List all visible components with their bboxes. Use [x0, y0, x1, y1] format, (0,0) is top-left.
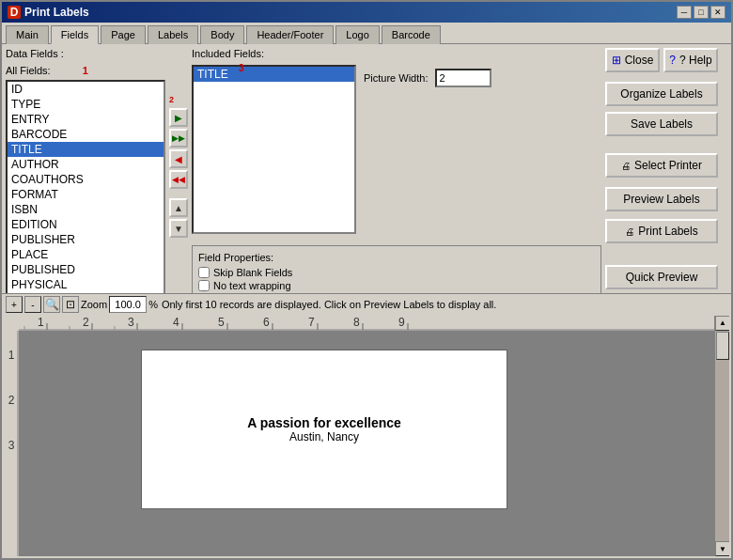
organize-labels-button[interactable]: Organize Labels [605, 82, 718, 106]
canvas-inner: A passion for excellence Austin, Nancy [19, 331, 677, 542]
field-edition[interactable]: EDITION [8, 217, 164, 232]
included-fields-list[interactable]: TITLE [192, 65, 356, 234]
svg-text:7: 7 [308, 316, 315, 329]
scroll-track[interactable] [715, 331, 729, 542]
tab-logo[interactable]: Logo [335, 25, 379, 44]
svg-text:6: 6 [263, 316, 270, 329]
field-format[interactable]: FORMAT [8, 187, 164, 202]
field-author[interactable]: AUTHOR [8, 157, 164, 172]
arrow-buttons: ▶ ▶▶ ◀ ◀◀ ▲ ▼ [169, 108, 188, 238]
data-fields-label: Data Fields : [6, 48, 165, 59]
field-publisher[interactable]: PUBLISHER [8, 232, 164, 247]
svg-text:3: 3 [8, 439, 15, 452]
field-list: ID TYPE ENTRY BARCODE TITLE AUTHOR COAUT… [8, 82, 164, 293]
select-printer-button[interactable]: 🖨 Select Printer [605, 153, 718, 178]
ruler-horizontal: // rendered statically 1 2 3 4 5 6 7 8 9 [19, 316, 714, 331]
svg-text:1: 1 [8, 349, 15, 362]
title-bar: D Print Labels ─ □ ✕ [2, 2, 731, 23]
zoom-in-button[interactable]: + [6, 296, 23, 313]
tab-body[interactable]: Body [200, 25, 244, 44]
move-up-button[interactable]: ▲ [169, 198, 188, 217]
no-text-wrap-checkbox[interactable] [198, 280, 210, 291]
zoom-percent: % [148, 299, 158, 310]
add-all-button[interactable]: ▶▶ [169, 129, 188, 148]
status-bar: + - 🔍 ⊡ Zoom % Only first 10 records are… [2, 293, 731, 316]
zoom-out-button[interactable]: - [24, 296, 41, 313]
field-published[interactable]: PUBLISHED [8, 262, 164, 277]
title-bar-left: D Print Labels [8, 6, 89, 19]
center-panel: Included Fields: 3 TITLE Picture Width: [192, 48, 601, 289]
tab-header-footer[interactable]: Header/Footer [246, 25, 334, 44]
label-page: A passion for excellence Austin, Nancy [141, 350, 507, 509]
svg-text:3: 3 [128, 316, 134, 329]
zoom-fit-icon[interactable]: ⊡ [62, 296, 79, 313]
close-button[interactable]: ⊞ Close [605, 48, 660, 72]
field-props-title: Field Properties: [198, 252, 595, 263]
help-button[interactable]: ? ? Help [663, 48, 718, 72]
tab-main[interactable]: Main [6, 25, 49, 44]
add-one-button[interactable]: ▶ [169, 108, 188, 127]
scroll-up-button[interactable]: ▲ [715, 316, 729, 331]
remove-one-button[interactable]: ◀ [169, 149, 188, 168]
maximize-button[interactable]: □ [694, 6, 709, 19]
svg-text:4: 4 [173, 316, 179, 329]
scroll-down-button[interactable]: ▼ [715, 541, 729, 556]
middle-panel: 2 ▶ ▶▶ ◀ ◀◀ ▲ ▼ [169, 48, 188, 289]
main-content: Data Fields : All Fields: 1 ID TYPE ENTR… [2, 44, 731, 293]
field-coauthors[interactable]: COAUTHORS [8, 172, 164, 187]
move-down-button[interactable]: ▼ [169, 219, 188, 238]
svg-text:1: 1 [38, 316, 44, 329]
field-isbn[interactable]: ISBN [8, 202, 164, 217]
no-text-wrap-row: No text wrapping [198, 280, 595, 291]
app-icon: D [8, 6, 21, 19]
canvas-scroll[interactable]: A passion for excellence Austin, Nancy [19, 331, 714, 542]
tab-page[interactable]: Page [101, 25, 146, 44]
print-labels-button[interactable]: 🖨 Print Labels [605, 219, 718, 243]
zoom-input[interactable] [109, 296, 147, 313]
included-fields-label: Included Fields: [192, 48, 264, 59]
tab-fields[interactable]: Fields [51, 25, 99, 44]
included-title[interactable]: TITLE [194, 67, 354, 82]
close-window-button[interactable]: ✕ [710, 6, 725, 19]
pic-width-input[interactable] [435, 69, 491, 87]
tab-bar: Main Fields Page Labels Body Header/Foot… [2, 23, 731, 44]
field-entry[interactable]: ENTRY [8, 112, 164, 127]
field-series[interactable]: SERIES [8, 292, 164, 293]
print-labels-window: D Print Labels ─ □ ✕ Main Fields Page La… [0, 0, 733, 560]
skip-blank-checkbox[interactable] [198, 267, 210, 278]
pic-width-label: Picture Width: [364, 72, 428, 84]
canvas-wrapper: // rendered statically 1 2 3 4 5 6 7 8 9 [4, 316, 729, 557]
zoom-icon[interactable]: 🔍 [43, 296, 60, 313]
svg-text:2: 2 [83, 316, 89, 329]
page-book-author: Austin, Nancy [289, 430, 359, 443]
tab-labels[interactable]: Labels [148, 25, 198, 44]
included-list: TITLE [194, 67, 354, 82]
scroll-thumb[interactable] [716, 332, 729, 360]
quick-preview-button[interactable]: Quick Preview [605, 265, 718, 289]
window-title: Print Labels [24, 6, 89, 19]
svg-text:8: 8 [353, 316, 360, 329]
annotation-2: 2 [169, 95, 188, 104]
tab-barcode[interactable]: Barcode [382, 25, 441, 44]
no-text-wrap-label: No text wrapping [213, 280, 291, 291]
preview-labels-button[interactable]: Preview Labels [605, 187, 718, 211]
status-text: Only first 10 records are displayed. Cli… [162, 299, 496, 310]
all-fields-label: All Fields: [6, 65, 51, 76]
field-barcode[interactable]: BARCODE [8, 127, 164, 142]
zoom-label: Zoom [81, 299, 107, 310]
pic-width-section: Picture Width: [364, 69, 491, 87]
field-id[interactable]: ID [8, 82, 164, 97]
minimize-button[interactable]: ─ [677, 6, 692, 19]
svg-rect-0 [19, 316, 714, 331]
ruler-corner [4, 316, 19, 331]
field-place[interactable]: PLACE [8, 247, 164, 262]
field-title[interactable]: TITLE [8, 142, 164, 157]
zoom-controls: + - 🔍 ⊡ Zoom % [6, 296, 158, 313]
field-physical[interactable]: PHYSICAL [8, 277, 164, 292]
field-type[interactable]: TYPE [8, 97, 164, 112]
save-labels-button[interactable]: Save Labels [605, 112, 718, 136]
all-fields-list[interactable]: ID TYPE ENTRY BARCODE TITLE AUTHOR COAUT… [6, 80, 165, 293]
skip-blank-row: Skip Blank Fields [198, 267, 595, 278]
remove-all-button[interactable]: ◀◀ [169, 170, 188, 189]
field-properties-section: Field Properties: Skip Blank Fields No t… [192, 245, 601, 293]
